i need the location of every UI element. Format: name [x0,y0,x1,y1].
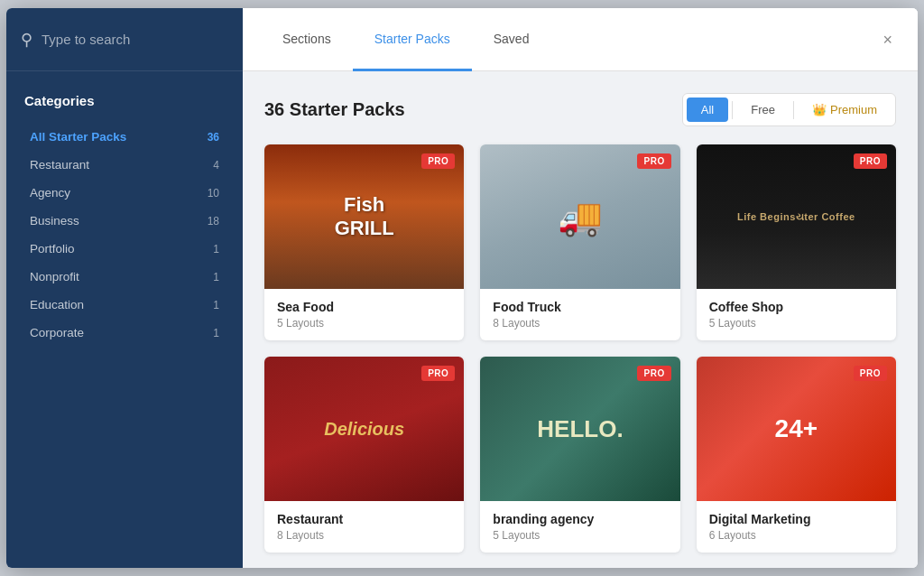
category-item-restaurant[interactable]: Restaurant 4 [24,151,225,179]
category-item-nonprofit[interactable]: Nonprofit 1 [24,263,225,291]
pack-layouts: 8 Layouts [493,317,667,330]
sidebar: ⚲ Categories All Starter Packs 36 Restau… [6,8,243,568]
pack-name: branding agency [493,512,667,526]
pack-name: Sea Food [277,300,451,314]
pro-badge: PRO [854,366,887,381]
category-count: 18 [208,215,219,228]
category-item-agency[interactable]: Agency 10 [24,179,225,207]
pack-layouts: 5 Layouts [277,317,451,330]
category-label: All Starter Packs [30,130,126,144]
modal-container: ⚲ Categories All Starter Packs 36 Restau… [6,8,918,568]
filter-premium-button[interactable]: 👑 Premium [798,98,892,122]
filter-all-button[interactable]: All [687,98,728,122]
pack-card-digital[interactable]: PRO Digital Marketing 6 Layouts [697,357,896,553]
filter-divider [732,101,733,119]
crown-icon: 👑 [812,103,827,116]
category-label: Agency [30,186,70,200]
tab-starter-packs[interactable]: Starter Packs [353,8,472,71]
pack-image-wrapper: PRO [697,144,896,289]
categories-title: Categories [24,93,225,108]
pack-name: Restaurant [277,512,451,526]
category-count: 1 [213,271,219,283]
pack-image-wrapper: PRO [264,144,464,289]
content-area: 36 Starter Packs All Free 👑 Premium [243,71,918,568]
pack-card-branding[interactable]: PRO branding agency 5 Layouts [480,357,679,553]
filter-free-button[interactable]: Free [736,98,790,122]
pack-image-wrapper: PRO [697,357,896,501]
pack-card-foodtruck[interactable]: PRO Food Truck 8 Layouts [480,144,679,340]
pack-info: Sea Food 5 Layouts [264,289,464,340]
pack-info: Coffee Shop 5 Layouts [697,289,896,340]
pro-badge: PRO [421,366,455,381]
category-label: Portfolio [30,242,75,255]
pack-card-seafood[interactable]: PRO Sea Food 5 Layouts [264,144,464,340]
category-item-portfolio[interactable]: Portfolio 1 [24,235,225,263]
category-label: Nonprofit [30,270,79,283]
category-count: 1 [213,327,219,339]
packs-grid: PRO Sea Food 5 Layouts PRO Food Truck [264,144,896,553]
pro-badge: PRO [854,153,887,169]
pack-info: branding agency 5 Layouts [480,501,679,553]
tab-saved[interactable]: Saved [472,8,551,71]
pro-badge: PRO [637,366,670,381]
pack-layouts: 5 Layouts [709,317,883,330]
search-icon: ⚲ [21,30,32,50]
category-item-all[interactable]: All Starter Packs 36 [24,123,225,151]
category-label: Corporate [30,326,84,339]
category-item-education[interactable]: Education 1 [24,291,225,319]
pack-layouts: 8 Layouts [277,529,451,542]
categories-section: Categories All Starter Packs 36 Restaura… [6,71,243,356]
pack-info: Food Truck 8 Layouts [480,289,679,340]
pack-name: Digital Marketing [709,512,883,526]
pack-image-wrapper: PRO [480,357,679,501]
pack-name: Food Truck [493,300,667,314]
pack-info: Restaurant 8 Layouts [264,501,464,553]
category-item-business[interactable]: Business 18 [24,207,225,235]
content-header: 36 Starter Packs All Free 👑 Premium [264,93,896,126]
filter-buttons: All Free 👑 Premium [682,93,896,126]
category-item-corporate[interactable]: Corporate 1 [24,319,225,347]
pack-image-wrapper: PRO [480,144,679,289]
category-count: 4 [213,159,219,172]
pack-layouts: 5 Layouts [493,529,667,542]
search-input[interactable] [42,32,228,47]
pack-image-wrapper: PRO [264,357,464,501]
category-count: 1 [213,299,219,311]
pack-card-coffeeshop[interactable]: PRO Coffee Shop 5 Layouts [697,144,896,340]
category-label: Business [30,214,79,228]
tab-sections[interactable]: Sections [261,8,353,71]
filter-divider-2 [793,101,794,119]
pack-info: Digital Marketing 6 Layouts [697,501,896,553]
category-count: 1 [213,243,219,255]
close-button[interactable]: × [875,28,900,51]
category-label: Education [30,298,84,311]
tabs-bar: Sections Starter Packs Saved × [243,8,918,71]
category-count: 10 [208,187,219,200]
packs-title: 36 Starter Packs [264,99,405,120]
search-bar: ⚲ [6,8,243,71]
pack-card-restaurant[interactable]: PRO Restaurant 8 Layouts [264,357,464,553]
pro-badge: PRO [637,153,670,169]
category-label: Restaurant [30,158,89,172]
pack-layouts: 6 Layouts [709,529,883,542]
category-count: 36 [208,131,219,144]
pro-badge: PRO [421,153,455,169]
main-content: Sections Starter Packs Saved × 36 Starte… [243,8,918,568]
pack-name: Coffee Shop [709,300,883,314]
